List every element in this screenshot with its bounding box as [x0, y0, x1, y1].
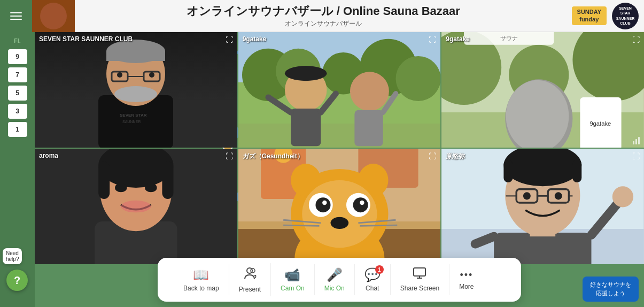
svg-rect-20 [238, 124, 441, 148]
mic-on-button[interactable]: 🎤 Mic On [315, 264, 355, 295]
cta-button[interactable]: 好きなサウナを応援しよう [583, 277, 639, 302]
product-scene: 9gatake 9gatake サウナ [441, 32, 644, 148]
video-cell-seven-star: SEVEN STAR SAUNNER SEVEN STAR SAUNNER CL… [35, 32, 237, 148]
video-cell-hara: 原悠弥 ⛶ [441, 149, 644, 264]
svg-point-27 [350, 72, 389, 111]
person-video-seven-star: SEVEN STAR SAUNNER [35, 32, 237, 148]
svg-point-87 [523, 192, 531, 199]
svg-point-51 [121, 201, 151, 212]
svg-point-9 [149, 72, 154, 78]
mic-on-label: Mic On [324, 285, 345, 292]
svg-rect-94 [414, 268, 425, 276]
top-bar: オンラインサウナバザール / Online Sauna Bazaar オンライン… [0, 0, 644, 32]
share-screen-label: Share Screen [400, 285, 439, 292]
help-button[interactable]: ? [6, 270, 28, 291]
expand-btn-hara[interactable]: ⛶ [632, 152, 640, 160]
hamburger-icon [10, 12, 22, 20]
present-button[interactable]: Present [229, 263, 271, 296]
toolbar: 📖 Back to map Present 📹 Cam On [158, 258, 521, 302]
chat-badge: 1 [375, 265, 384, 274]
gazu-video [238, 149, 441, 264]
svg-point-65 [315, 197, 330, 212]
top-bar-right: SUNDAY funday SEVENSTARSAUNNERCLUB [572, 3, 644, 29]
signal-bars-9gatake-2 [633, 137, 640, 144]
video-area: SEVEN STAR SAUNNER SEVEN STAR SAUNNER CL… [35, 32, 644, 307]
outdoor-scene [238, 32, 441, 148]
svg-rect-80 [504, 160, 513, 182]
sub-title: オンラインサウナバザール [80, 19, 567, 28]
left-sidebar: Fl. 9 7 5 3 1 Needhelp? ? [0, 32, 35, 307]
main-title: オンラインサウナバザール / Online Sauna Bazaar [80, 3, 567, 19]
svg-rect-28 [354, 110, 383, 146]
hara-video [441, 149, 644, 264]
svg-point-49 [115, 183, 127, 193]
back-to-map-button[interactable]: 📖 Back to map [174, 264, 229, 295]
share-screen-icon [413, 267, 426, 282]
video-grid: SEVEN STAR SAUNNER SEVEN STAR SAUNNER CL… [35, 32, 644, 264]
svg-text:9gatake: 9gatake [590, 120, 611, 127]
svg-rect-47 [98, 162, 110, 199]
expand-btn-seven-star[interactable]: ⛶ [226, 35, 233, 44]
svg-point-8 [117, 72, 122, 78]
video-label-hara: 原悠弥 [446, 152, 465, 161]
svg-point-18 [395, 56, 440, 101]
back-to-map-label: Back to map [183, 285, 219, 292]
video-label-seven-star: SEVEN STAR SAUNNER CLUB [39, 35, 133, 43]
floor-btn-5[interactable]: 5 [8, 86, 27, 101]
back-to-map-icon: 📖 [193, 267, 209, 282]
share-screen-button[interactable]: Share Screen [391, 264, 449, 295]
mic-on-icon: 🎤 [327, 267, 343, 282]
help-bubble: Needhelp? [3, 248, 22, 264]
floor-btn-9[interactable]: 9 [8, 49, 27, 64]
svg-point-90 [612, 186, 633, 207]
page-title: オンラインサウナバザール / Online Sauna Bazaar オンライン… [75, 3, 572, 28]
video-label-aroma: aroma [39, 152, 58, 159]
cam-on-icon: 📹 [284, 267, 300, 282]
svg-rect-81 [573, 160, 582, 182]
more-label: More [459, 283, 474, 290]
svg-point-10 [114, 86, 157, 102]
chat-button[interactable]: 💬 1 Chat [355, 264, 391, 295]
svg-rect-4 [106, 51, 165, 61]
cam-on-button[interactable]: 📹 Cam On [271, 264, 315, 295]
video-cell-9gatake-2: 9gatake 9gatake サウナ 9gatake ⛶ [441, 32, 644, 148]
chat-label: Chat [366, 285, 379, 292]
svg-text:SAUNNER: SAUNNER [122, 120, 141, 124]
logo-image [32, 0, 75, 32]
svg-line-71 [283, 225, 319, 226]
floor-btn-3[interactable]: 3 [8, 104, 27, 119]
logo-circle [40, 3, 67, 29]
video-cell-gazu: ガズ（Gesundheit） ⛶ [238, 149, 441, 264]
expand-btn-gazu[interactable]: ⛶ [429, 152, 436, 160]
svg-point-69 [330, 217, 348, 229]
floor-btn-1[interactable]: 1 [8, 122, 27, 137]
video-label-gazu: ガズ（Gesundheit） [243, 152, 304, 161]
svg-point-88 [555, 192, 562, 199]
more-button[interactable]: ••• More [449, 266, 483, 294]
present-label: Present [239, 286, 261, 293]
expand-btn-9gatake-1[interactable]: ⛶ [429, 35, 436, 44]
svg-rect-24 [291, 109, 321, 146]
svg-text:サウナ: サウナ [500, 35, 518, 41]
expand-btn-aroma[interactable]: ⛶ [226, 152, 233, 160]
svg-rect-23 [292, 67, 319, 78]
floor-btn-7[interactable]: 7 [8, 67, 27, 82]
floor-label: Fl. [14, 37, 21, 44]
video-label-9gatake-1: 9gatake [243, 35, 267, 43]
svg-text:SEVEN STAR: SEVEN STAR [120, 113, 147, 118]
video-cell-9gatake-1: 9gatake ⛶ [238, 32, 441, 148]
seven-star-badge: SEVENSTARSAUNNERCLUB [612, 3, 639, 29]
aroma-video [35, 149, 237, 264]
svg-point-68 [360, 201, 364, 205]
svg-point-50 [145, 183, 157, 193]
svg-line-73 [360, 225, 397, 226]
more-icon: ••• [460, 270, 473, 281]
svg-rect-48 [162, 162, 173, 199]
main-content: Fl. 9 7 5 3 1 Needhelp? ? [0, 32, 644, 307]
menu-button[interactable] [0, 0, 32, 32]
svg-point-67 [322, 201, 327, 205]
cam-on-label: Cam On [281, 285, 305, 292]
sunday-badge: SUNDAY funday [572, 6, 607, 25]
video-cell-aroma: aroma ⛶ [35, 149, 237, 264]
expand-btn-9gatake-2[interactable]: ⛶ [632, 35, 640, 44]
